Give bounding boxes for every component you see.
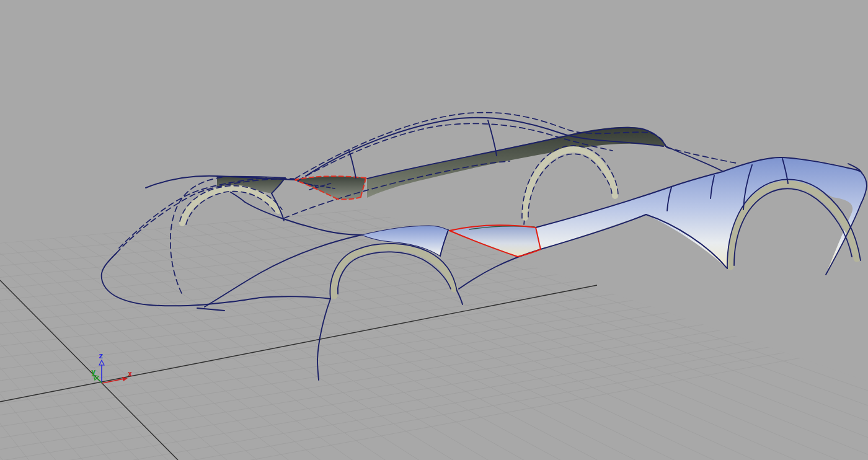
world-axis-gizmo: z y x: [91, 352, 132, 383]
front-wheel-opening-lower-curve[interactable]: [317, 299, 330, 380]
x-axis-label: x: [128, 369, 132, 378]
far-roofline-curve-outer[interactable]: [295, 113, 666, 179]
y-axis-label: y: [91, 368, 95, 376]
windshield-base-curve[interactable]: [349, 151, 356, 178]
bpillar-curve[interactable]: [488, 120, 497, 156]
far-rear-deck-curve[interactable]: [666, 148, 739, 164]
scene-canvas: z y x: [0, 0, 868, 460]
selected-door-surface-patch[interactable]: [450, 226, 541, 257]
far-roof-cant-rail-surface[interactable]: [367, 127, 666, 198]
z-axis-label: z: [99, 352, 103, 360]
front-wheel-opening-stub[interactable]: [457, 291, 463, 304]
rear-quarter-and-fender-surface[interactable]: [536, 157, 867, 275]
z-axis-arrowhead-icon: [99, 360, 104, 365]
far-rear-wheel-arch-band[interactable]: [522, 146, 618, 218]
x-axis-arrowhead-icon: [122, 377, 128, 381]
modeling-viewport[interactable]: z y x: [0, 0, 868, 460]
canopy-silhouette-curve[interactable]: [306, 118, 663, 176]
